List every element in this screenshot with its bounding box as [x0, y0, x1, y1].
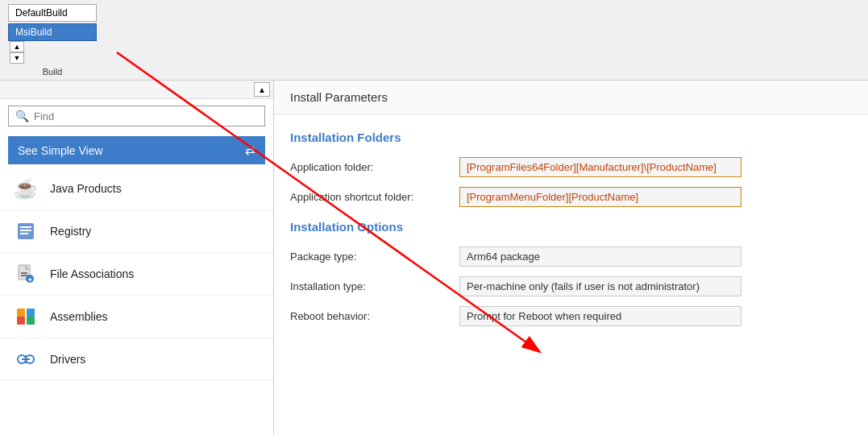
svg-rect-1: [20, 226, 31, 228]
java-products-icon: ☕: [13, 176, 39, 201]
svg-rect-12: [17, 309, 25, 317]
build-section: DefaultBuild MsiBuild ▲ ▼ Build: [8, 4, 97, 77]
registry-icon: [13, 218, 39, 244]
reboot-label: Reboot behavior:: [290, 310, 451, 322]
field-row-app-folder: Application folder: [ProgramFiles64Folde…: [290, 157, 852, 177]
svg-rect-3: [20, 233, 28, 234]
build-arrows: ▲ ▼: [10, 41, 97, 64]
svg-rect-13: [27, 309, 35, 317]
simple-view-button[interactable]: See Simple View ⇄: [8, 136, 265, 164]
nav-item-assemblies[interactable]: Assemblies: [0, 296, 273, 338]
field-row-install-type: Installation type: Per-machine only (fai…: [290, 276, 852, 296]
build-list: DefaultBuild MsiBuild: [8, 4, 97, 41]
simple-view-label: See Simple View: [18, 144, 103, 157]
field-row-package-type: Package type: Arm64 package: [290, 246, 852, 267]
svg-rect-2: [20, 230, 31, 231]
install-type-value[interactable]: Per-machine only (fails if user is not a…: [459, 276, 741, 296]
field-row-reboot: Reboot behavior: Prompt for Reboot when …: [290, 306, 852, 326]
nav-item-drivers[interactable]: Drivers: [0, 338, 273, 381]
sidebar: ▲ 🔍 See Simple View ⇄ ☕ Java Products: [0, 81, 274, 435]
search-input[interactable]: [34, 110, 258, 122]
page-wrapper: DefaultBuild MsiBuild ▲ ▼ Build ▲ 🔍: [0, 0, 868, 435]
installation-options-title: Installation Options: [290, 220, 852, 234]
content-area: Install Parameters Installation Folders …: [274, 81, 868, 435]
svg-rect-11: [27, 317, 35, 325]
nav-item-registry[interactable]: Registry: [0, 210, 273, 253]
app-folder-label: Application folder:: [290, 161, 451, 173]
assemblies-icon: [13, 304, 39, 329]
nav-label-drivers: Drivers: [50, 353, 85, 366]
nav-items: ☕ Java Products Registry: [0, 168, 273, 435]
app-folder-value[interactable]: [ProgramFiles64Folder][Manufacturer]\[Pr…: [459, 157, 741, 177]
nav-label-java-products: Java Products: [50, 182, 122, 195]
build-label: Build: [8, 67, 97, 77]
build-item-msi[interactable]: MsiBuild: [8, 23, 97, 41]
search-icon: 🔍: [15, 110, 29, 122]
svg-rect-10: [17, 317, 25, 325]
sidebar-scroll-up-button[interactable]: ▲: [254, 82, 270, 97]
switch-icon: ⇄: [245, 143, 255, 158]
package-type-value[interactable]: Arm64 package: [459, 246, 741, 267]
drivers-icon: [13, 346, 39, 372]
build-up-button[interactable]: ▲: [10, 41, 24, 52]
nav-label-registry: Registry: [50, 225, 91, 238]
content-header: Install Parameters: [274, 81, 868, 114]
file-associations-icon: ✦: [13, 261, 39, 287]
shortcut-folder-value[interactable]: [ProgramMenuFolder][ProductName]: [459, 187, 741, 207]
main-container: ▲ 🔍 See Simple View ⇄ ☕ Java Products: [0, 81, 868, 435]
sidebar-scroll-area: ▲: [0, 81, 273, 99]
installation-folders-title: Installation Folders: [290, 130, 852, 144]
content-body: Installation Folders Application folder:…: [274, 114, 868, 352]
nav-item-file-associations[interactable]: ✦ File Associations: [0, 253, 273, 296]
shortcut-folder-label: Application shortcut folder:: [290, 191, 451, 203]
field-row-shortcut-folder: Application shortcut folder: [ProgramMen…: [290, 187, 852, 207]
build-down-button[interactable]: ▼: [10, 52, 24, 64]
install-type-label: Installation type:: [290, 280, 451, 292]
nav-label-file-associations: File Associations: [50, 267, 134, 280]
nav-item-java-products[interactable]: ☕ Java Products: [0, 168, 273, 210]
reboot-value[interactable]: Prompt for Reboot when required: [459, 306, 741, 326]
build-item-default[interactable]: DefaultBuild: [8, 4, 97, 22]
nav-label-assemblies: Assemblies: [50, 310, 108, 323]
search-box[interactable]: 🔍: [8, 106, 265, 126]
top-bar: DefaultBuild MsiBuild ▲ ▼ Build: [0, 0, 868, 81]
svg-text:✦: ✦: [27, 276, 33, 284]
package-type-label: Package type:: [290, 251, 451, 263]
